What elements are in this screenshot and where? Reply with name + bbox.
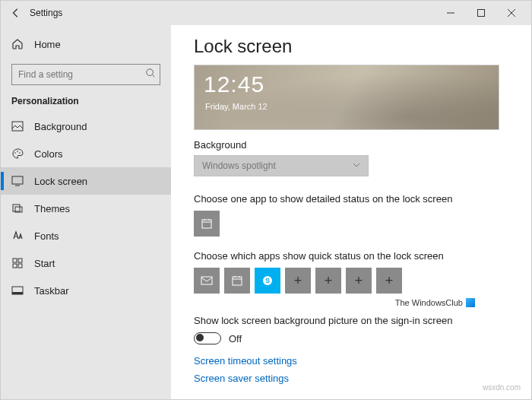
- svg-text:S: S: [265, 277, 270, 284]
- svg-rect-12: [18, 264, 22, 268]
- sidebar-item-lock-screen[interactable]: Lock screen: [1, 167, 171, 195]
- quick-status-tile-calendar[interactable]: [224, 268, 250, 294]
- nav-label: Fonts: [34, 230, 59, 242]
- background-label: Background: [194, 139, 508, 151]
- svg-rect-9: [13, 259, 17, 262]
- nav-label: Start: [34, 258, 55, 269]
- toggle-state-label: Off: [229, 333, 242, 344]
- background-dropdown[interactable]: Windows spotlight: [194, 155, 369, 176]
- signin-bg-label: Show lock screen background picture on t…: [194, 315, 508, 326]
- search-icon: [145, 68, 156, 81]
- credit-text: The WindowsClub: [194, 298, 508, 307]
- plus-icon: +: [385, 273, 394, 289]
- minimize-button[interactable]: [435, 1, 466, 25]
- quick-status-tile-skype[interactable]: S: [255, 268, 280, 294]
- taskbar-icon: [11, 284, 24, 297]
- dropdown-value: Windows spotlight: [202, 160, 276, 171]
- svg-rect-6: [12, 176, 23, 184]
- svg-rect-7: [13, 205, 20, 211]
- svg-point-3: [14, 152, 16, 154]
- sidebar-item-background[interactable]: Background: [1, 113, 171, 140]
- mail-icon: [201, 275, 213, 287]
- svg-rect-2: [12, 122, 23, 131]
- preview-date: Friday, March 12: [205, 102, 268, 111]
- sidebar-item-taskbar[interactable]: Taskbar: [1, 277, 171, 304]
- svg-point-5: [19, 152, 21, 154]
- quick-status-add-1[interactable]: +: [285, 268, 311, 294]
- quick-status-add-2[interactable]: +: [315, 268, 341, 294]
- svg-rect-17: [233, 277, 242, 285]
- sidebar: Home Personalization Background Colors L…: [1, 25, 171, 399]
- sidebar-item-start[interactable]: Start: [1, 249, 171, 277]
- home-icon: [11, 37, 24, 52]
- svg-point-1: [147, 69, 154, 76]
- detailed-status-label: Choose one app to show detailed status o…: [194, 193, 508, 205]
- svg-rect-0: [478, 10, 485, 17]
- page-title: Lock screen: [194, 36, 508, 57]
- lock-screen-preview[interactable]: 12:45 Friday, March 12: [194, 65, 499, 130]
- back-button[interactable]: [5, 8, 27, 18]
- watermark: wsxdn.com: [483, 383, 521, 392]
- sidebar-item-fonts[interactable]: Fonts: [1, 222, 171, 249]
- palette-icon: [11, 148, 24, 160]
- quick-status-label: Choose which apps show quick status on t…: [194, 250, 508, 262]
- home-nav[interactable]: Home: [1, 31, 171, 58]
- maximize-button[interactable]: [466, 1, 496, 25]
- search-input[interactable]: [11, 64, 160, 85]
- calendar-icon: [231, 275, 243, 287]
- nav-label: Themes: [34, 203, 70, 214]
- themes-icon: [11, 202, 24, 214]
- close-button[interactable]: [496, 1, 527, 25]
- titlebar: Settings: [1, 1, 531, 25]
- svg-rect-15: [202, 220, 211, 228]
- detailed-status-app-tile[interactable]: [194, 211, 220, 237]
- plus-icon: +: [355, 273, 363, 289]
- sidebar-item-colors[interactable]: Colors: [1, 140, 171, 167]
- preview-time: 12:45: [204, 71, 264, 97]
- credit-logo-icon: [466, 298, 475, 307]
- quick-status-add-3[interactable]: +: [346, 268, 372, 294]
- plus-icon: +: [294, 273, 302, 289]
- svg-rect-14: [12, 292, 23, 294]
- chevron-down-icon: [353, 160, 360, 171]
- svg-point-4: [17, 151, 18, 152]
- nav-label: Lock screen: [34, 176, 87, 187]
- start-icon: [11, 257, 24, 269]
- search-box[interactable]: [11, 64, 160, 85]
- window-title: Settings: [30, 8, 62, 18]
- skype-icon: S: [261, 275, 274, 287]
- screen-saver-link[interactable]: Screen saver settings: [194, 373, 508, 384]
- quick-status-add-4[interactable]: +: [376, 268, 402, 294]
- screen-timeout-link[interactable]: Screen timeout settings: [194, 355, 508, 367]
- plus-icon: +: [325, 273, 333, 289]
- nav-label: Background: [34, 121, 87, 132]
- fonts-icon: [11, 230, 24, 242]
- svg-rect-11: [13, 264, 17, 268]
- svg-rect-16: [201, 277, 212, 284]
- home-label: Home: [34, 39, 61, 50]
- picture-icon: [11, 120, 24, 132]
- category-label: Personalization: [1, 93, 171, 113]
- nav-label: Colors: [34, 148, 63, 160]
- svg-rect-10: [18, 259, 22, 262]
- quick-status-tile-mail[interactable]: [194, 268, 220, 294]
- nav-label: Taskbar: [34, 285, 69, 297]
- signin-bg-toggle[interactable]: [194, 332, 221, 344]
- calendar-icon: [201, 217, 213, 230]
- sidebar-item-themes[interactable]: Themes: [1, 195, 171, 222]
- main-content: Lock screen 12:45 Friday, March 12 Backg…: [171, 25, 531, 399]
- lock-screen-icon: [11, 175, 24, 187]
